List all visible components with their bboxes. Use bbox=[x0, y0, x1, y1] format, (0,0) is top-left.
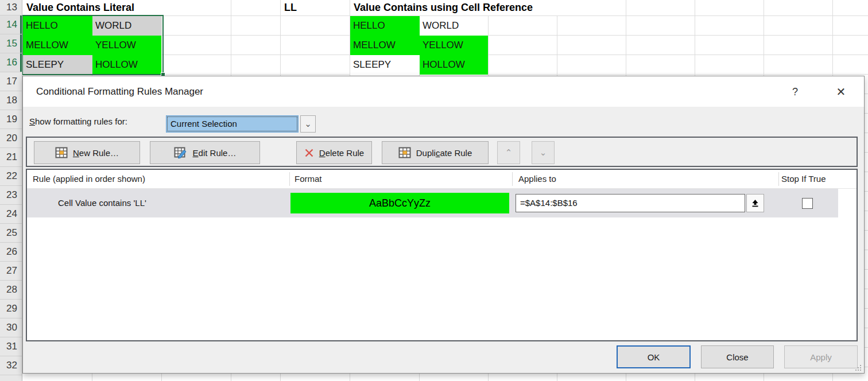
edit-rule-label: Edit Rule… bbox=[193, 148, 237, 158]
cell-g16[interactable]: HOLLOW bbox=[420, 55, 488, 75]
resize-grip[interactable] bbox=[855, 365, 861, 371]
stop-if-true-checkbox[interactable] bbox=[802, 198, 813, 209]
conditional-formatting-rules-manager-dialog: Conditional Formatting Rules Manager ? ✕… bbox=[22, 76, 865, 374]
row-header-30[interactable]: 30 bbox=[0, 318, 22, 337]
row-header-28[interactable]: 28 bbox=[0, 281, 22, 300]
table-pencil-icon bbox=[174, 147, 188, 159]
delete-rule-label: Delete Rule bbox=[319, 148, 364, 158]
cell-f15[interactable]: MELLOW bbox=[350, 36, 420, 55]
move-rule-up-button[interactable]: ⌃ bbox=[497, 141, 520, 164]
chevron-down-icon: ⌄ bbox=[540, 147, 547, 158]
row-header-26[interactable]: 26 bbox=[0, 243, 22, 262]
column-header-stop-if-true: Stop If True bbox=[781, 170, 826, 188]
rule-row-selected[interactable]: Cell Value contains 'LL' AaBbCcYyZz =$A$… bbox=[27, 189, 838, 217]
column-header-format: Format bbox=[294, 170, 322, 188]
column-header-applies-to: Applies to bbox=[518, 170, 556, 188]
row-header-31[interactable]: 31 bbox=[0, 337, 22, 356]
cell-b15[interactable]: YELLOW bbox=[92, 36, 161, 55]
new-rule-button[interactable]: New Rule… bbox=[34, 141, 140, 164]
show-rules-label: Show formatting rules for: bbox=[29, 116, 127, 126]
delete-rule-button[interactable]: Delete Rule bbox=[296, 141, 372, 164]
row-header-18[interactable]: 18 bbox=[0, 91, 22, 110]
apply-button[interactable]: Apply bbox=[784, 345, 858, 368]
chevron-up-icon: ⌃ bbox=[505, 147, 513, 158]
row-header-16[interactable]: 16 bbox=[0, 53, 22, 72]
cell-a16[interactable]: SLEEPY bbox=[23, 55, 92, 75]
cell-ll[interactable]: LL bbox=[281, 0, 349, 15]
table-icon bbox=[398, 147, 411, 158]
ok-button[interactable]: OK bbox=[617, 345, 691, 368]
rule-description: Cell Value contains 'LL' bbox=[58, 189, 146, 217]
column-header-rule: Rule (applied in order shown) bbox=[33, 170, 145, 188]
rules-toolbar: New Rule… Edit Rule… Delete Rule Duplica… bbox=[26, 137, 858, 167]
row-header-32[interactable]: 32 bbox=[0, 356, 22, 375]
cell-a15[interactable]: MELLOW bbox=[23, 36, 92, 55]
cell-g15[interactable]: YELLOW bbox=[420, 36, 488, 55]
move-rule-down-button[interactable]: ⌄ bbox=[532, 141, 555, 164]
cell-b16[interactable]: HOLLOW bbox=[92, 55, 161, 75]
row-header-column: 13 14 15 16 17 18 19 20 21 22 23 24 25 2… bbox=[0, 0, 22, 381]
cell-header-right[interactable]: Value Contains using Cell Reference bbox=[351, 0, 576, 15]
chevron-down-icon: ⌄ bbox=[304, 119, 312, 129]
cell-f16[interactable]: SLEEPY bbox=[350, 55, 420, 75]
row-header-14[interactable]: 14 bbox=[0, 15, 22, 34]
row-header-17[interactable]: 17 bbox=[0, 72, 22, 91]
table-icon bbox=[55, 147, 68, 158]
cell-a14[interactable]: HELLO bbox=[23, 16, 92, 36]
collapse-range-icon bbox=[751, 199, 760, 208]
close-icon[interactable]: ✕ bbox=[834, 84, 848, 99]
red-x-icon bbox=[304, 148, 314, 158]
help-button[interactable]: ? bbox=[788, 84, 803, 99]
dialog-titlebar[interactable]: Conditional Formatting Rules Manager ? ✕ bbox=[23, 76, 864, 107]
duplicate-rule-label: Duplicate Rule bbox=[416, 148, 472, 158]
show-rules-combobox[interactable]: Current Selection bbox=[166, 115, 299, 133]
cell-header-left[interactable]: Value Contains Literal bbox=[24, 0, 162, 15]
row-header-19[interactable]: 19 bbox=[0, 110, 22, 129]
row-header-25[interactable]: 25 bbox=[0, 224, 22, 243]
row-header-27[interactable]: 27 bbox=[0, 262, 22, 281]
row-header-29[interactable]: 29 bbox=[0, 300, 22, 318]
row-header-24[interactable]: 24 bbox=[0, 205, 22, 224]
cell-f14[interactable]: HELLO bbox=[350, 16, 420, 36]
format-preview: AaBbCcYyZz bbox=[290, 193, 509, 213]
row-header-21[interactable]: 21 bbox=[0, 148, 22, 167]
row-header-15[interactable]: 15 bbox=[0, 34, 22, 53]
cell-g14[interactable]: WORLD bbox=[420, 16, 488, 36]
dialog-title: Conditional Formatting Rules Manager bbox=[36, 86, 203, 98]
row-header-13[interactable]: 13 bbox=[0, 0, 22, 15]
row-header-20[interactable]: 20 bbox=[0, 129, 22, 148]
rules-list: Rule (applied in order shown) Format App… bbox=[26, 169, 858, 341]
collapse-dialog-button[interactable] bbox=[746, 194, 764, 212]
cell-b14[interactable]: WORLD bbox=[92, 16, 161, 36]
combobox-chevron-button[interactable]: ⌄ bbox=[300, 115, 316, 133]
row-header-23[interactable]: 23 bbox=[0, 186, 22, 205]
row-header-22[interactable]: 22 bbox=[0, 167, 22, 186]
excel-window: Value Contains Literal LL Value Contains… bbox=[0, 0, 868, 381]
edit-rule-button[interactable]: Edit Rule… bbox=[150, 141, 260, 164]
new-rule-label: New Rule… bbox=[73, 148, 119, 158]
duplicate-rule-button[interactable]: Duplicate Rule bbox=[382, 141, 489, 164]
close-button[interactable]: Close bbox=[701, 345, 774, 368]
applies-to-input[interactable]: =$A$14:$B$16 bbox=[516, 194, 745, 212]
